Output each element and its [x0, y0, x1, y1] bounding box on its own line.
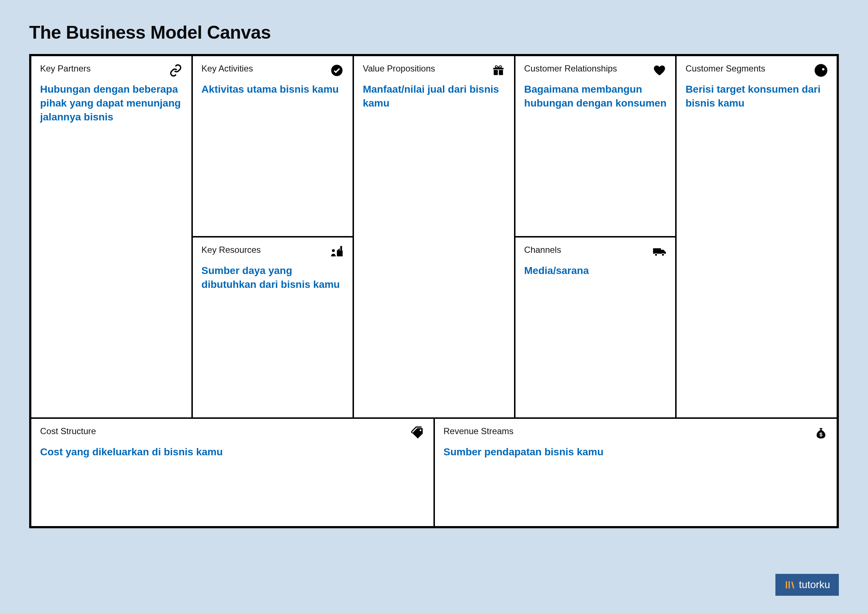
- factory-icon: [330, 245, 344, 259]
- gift-icon: [491, 64, 505, 77]
- block-label: Revenue Streams: [444, 426, 514, 436]
- truck-icon: [653, 245, 666, 259]
- svg-point-1: [332, 249, 335, 252]
- svg-text:$: $: [820, 431, 823, 437]
- block-channels: Channels Media/sarana: [515, 237, 676, 418]
- svg-point-12: [420, 429, 422, 431]
- block-content: Berisi target konsumen dari bisnis kamu: [685, 82, 828, 110]
- svg-rect-7: [653, 248, 661, 253]
- block-label: Value Propositions: [363, 64, 435, 74]
- block-content: Aktivitas utama bisnis kamu: [202, 82, 344, 96]
- block-content: Sumber pendapatan bisnis kamu: [444, 445, 828, 459]
- block-label: Key Partners: [40, 64, 91, 74]
- page-title: The Business Model Canvas: [29, 22, 839, 43]
- block-label: Channels: [524, 245, 561, 255]
- svg-rect-2: [337, 251, 343, 256]
- svg-point-9: [662, 253, 664, 256]
- block-key-activities: Key Activities Aktivitas utama bisnis ka…: [192, 56, 353, 237]
- block-content: Manfaat/nilai jual dari bisnis kamu: [363, 82, 505, 110]
- svg-point-11: [822, 68, 824, 70]
- branding-text: tutorku: [799, 579, 830, 591]
- svg-rect-4: [494, 70, 498, 75]
- block-label: Key Resources: [202, 245, 261, 255]
- business-model-canvas: Key Partners Hubungan dengan beberapa pi…: [29, 54, 839, 528]
- svg-line-16: [792, 581, 794, 588]
- moneybag-icon: $: [814, 426, 828, 440]
- branding-badge: tutorku: [775, 574, 839, 596]
- block-label: Customer Relationships: [524, 64, 617, 74]
- block-label: Cost Structure: [40, 426, 96, 436]
- books-icon: [784, 579, 795, 590]
- block-revenue-streams: Revenue Streams $ Sumber pendapatan bisn…: [434, 418, 838, 527]
- block-content: Media/sarana: [524, 264, 667, 278]
- svg-point-8: [655, 253, 657, 256]
- svg-point-10: [815, 64, 828, 77]
- check-circle-icon: [330, 64, 344, 77]
- block-customer-relationships: Customer Relationships Bagaimana membang…: [515, 56, 676, 237]
- block-content: Bagaimana membangun hubungan dengan kons…: [524, 82, 667, 110]
- svg-rect-3: [341, 246, 342, 251]
- block-customer-segments: Customer Segments Berisi target konsumen…: [676, 56, 837, 418]
- block-content: Sumber daya yang dibutuhkan dari bisnis …: [202, 264, 344, 292]
- block-key-resources: Key Resources Sumber daya yang dibutuhka…: [192, 237, 353, 418]
- link-icon: [169, 64, 183, 77]
- block-label: Key Activities: [202, 64, 253, 74]
- heart-icon: [653, 64, 666, 77]
- person-icon: [814, 64, 828, 77]
- tag-icon: [411, 426, 425, 440]
- block-cost-structure: Cost Structure Cost yang dikeluarkan di …: [31, 418, 434, 527]
- block-key-partners: Key Partners Hubungan dengan beberapa pi…: [31, 56, 192, 418]
- block-content: Cost yang dikeluarkan di bisnis kamu: [40, 445, 425, 459]
- block-content: Hubungan dengan beberapa pihak yang dapa…: [40, 82, 183, 124]
- block-label: Customer Segments: [685, 64, 765, 74]
- block-value-propositions: Value Propositions Manfaat/nilai jual da…: [353, 56, 515, 418]
- svg-rect-5: [499, 70, 503, 75]
